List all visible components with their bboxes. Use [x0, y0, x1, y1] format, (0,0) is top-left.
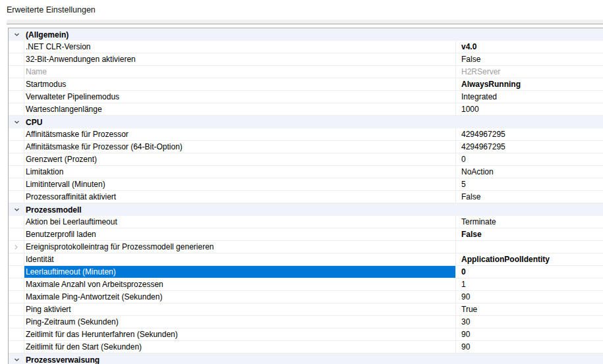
property-name[interactable]: Warteschlangenlänge [24, 103, 456, 115]
property-name[interactable]: Ping aktiviert [24, 303, 456, 315]
property-value[interactable]: 1000 [456, 103, 603, 115]
chevron-right-icon[interactable] [13, 244, 19, 250]
row-gutter [9, 316, 24, 328]
row-gutter [9, 78, 24, 90]
property-name[interactable]: 32-Bit-Anwendungen aktivieren [24, 53, 456, 65]
property-name[interactable]: Name [24, 66, 456, 78]
property-row-maximale-anzahl-von-arbeitsprozessen[interactable]: Maximale Anzahl von Arbeitsprozessen1 [9, 278, 603, 291]
property-name[interactable]: Startmodus [24, 78, 456, 90]
property-row-leerlauftimeout-minuten[interactable]: Leerlauftimeout (Minuten)0 [9, 266, 603, 278]
property-value[interactable]: v4.0 [456, 41, 603, 53]
property-row-ereignisprotokolleintrag-für-prozessmodell-generieren[interactable]: Ereignisprotokolleintrag für Prozessmode… [9, 241, 603, 253]
section-header-prozessmodell[interactable]: Prozessmodell [9, 203, 603, 216]
section-header-allgemein[interactable]: (Allgemein) [9, 28, 603, 41]
property-name[interactable]: Grenzwert (Prozent) [24, 153, 456, 165]
property-value[interactable]: 90 [456, 328, 603, 340]
row-gutter [9, 28, 24, 41]
property-name[interactable]: Affinitätsmaske für Prozessor [24, 128, 456, 140]
row-gutter [9, 203, 24, 216]
property-row-ping-zeitraum-sekunden[interactable]: Ping-Zeitraum (Sekunden)30 [9, 316, 603, 328]
property-value[interactable]: 4294967295 [456, 128, 603, 140]
row-gutter [9, 116, 24, 128]
property-name[interactable]: Affinitätsmaske für Prozessor (64-Bit-Op… [24, 141, 456, 153]
property-value[interactable]: Terminate [456, 216, 603, 228]
row-gutter [9, 191, 24, 203]
property-name[interactable]: Verwalteter Pipelinemodus [24, 91, 456, 103]
property-value[interactable] [456, 241, 603, 253]
property-name[interactable]: Ereignisprotokolleintrag für Prozessmode… [24, 241, 456, 253]
row-gutter [9, 216, 24, 228]
property-name[interactable]: Leerlauftimeout (Minuten) [24, 266, 456, 278]
property-name[interactable]: Maximale Anzahl von Arbeitsprozessen [24, 278, 456, 290]
property-value[interactable]: 0 [456, 266, 603, 278]
row-gutter [9, 103, 24, 115]
property-row-ping-aktiviert[interactable]: Ping aktiviertTrue [9, 303, 603, 316]
property-row-32-bit-anwendungen-aktivieren[interactable]: 32-Bit-Anwendungen aktivierenFalse [9, 53, 603, 66]
property-value[interactable]: True [456, 303, 603, 315]
page-title: Erweiterte Einstellungen [7, 5, 96, 14]
property-row-aktion-bei-leerlauftimeout[interactable]: Aktion bei LeerlauftimeoutTerminate [9, 216, 603, 228]
property-row-identität[interactable]: IdentitätApplicationPoolIdentity [9, 253, 603, 266]
chevron-down-icon[interactable] [14, 119, 20, 125]
property-row-maximale-ping-antwortzeit-sekunden[interactable]: Maximale Ping-Antwortzeit (Sekunden)90 [9, 291, 603, 303]
property-value[interactable]: False [456, 228, 603, 240]
property-name[interactable]: Prozessoraffinität aktiviert [24, 191, 456, 203]
property-row-limitaktion[interactable]: LimitaktionNoAction [9, 166, 603, 178]
property-row-limitintervall-minuten[interactable]: Limitintervall (Minuten)5 [9, 178, 603, 191]
property-value[interactable]: NoAction [456, 166, 603, 178]
property-row-grenzwert-prozent[interactable]: Grenzwert (Prozent)0 [9, 153, 603, 166]
section-label: CPU [24, 116, 456, 128]
property-row-verwalteter-pipelinemodus[interactable]: Verwalteter PipelinemodusIntegrated [9, 91, 603, 103]
property-name[interactable]: .NET CLR-Version [24, 41, 456, 53]
property-row-zeitlimit-für-den-start-sekunden[interactable]: Zeitlimit für den Start (Sekunden)90 [9, 341, 603, 353]
property-value[interactable]: 90 [456, 291, 603, 303]
property-value[interactable]: Integrated [456, 91, 603, 103]
property-row-startmodus[interactable]: StartmodusAlwaysRunning [9, 78, 603, 91]
row-gutter [9, 53, 24, 65]
chevron-down-icon[interactable] [14, 207, 20, 213]
property-value[interactable]: ApplicationPoolIdentity [456, 253, 603, 265]
property-value[interactable]: False [456, 191, 603, 203]
property-row-prozessoraffinität-aktiviert[interactable]: Prozessoraffinität aktiviertFalse [9, 191, 603, 203]
property-value[interactable]: H2RServer [456, 66, 603, 78]
property-name[interactable]: Zeitlimit für das Herunterfahren (Sekund… [24, 328, 456, 340]
section-header-prozessverwaisung[interactable]: Prozessverwaisung [9, 353, 603, 364]
property-value[interactable]: 1 [456, 278, 603, 290]
row-gutter [9, 278, 24, 290]
property-name[interactable]: Zeitlimit für den Start (Sekunden) [24, 341, 456, 353]
row-gutter [9, 153, 24, 165]
property-name[interactable]: Aktion bei Leerlauftimeout [24, 216, 456, 228]
property-row-zeitlimit-für-das-herunterfahren-sekunden[interactable]: Zeitlimit für das Herunterfahren (Sekund… [9, 328, 603, 341]
property-row-affinitätsmaske-für-prozessor-64-bit-option[interactable]: Affinitätsmaske für Prozessor (64-Bit-Op… [9, 141, 603, 153]
row-gutter [9, 141, 24, 153]
section-label: (Allgemein) [24, 28, 456, 41]
property-row-affinitätsmaske-für-prozessor[interactable]: Affinitätsmaske für Prozessor4294967295 [9, 128, 603, 141]
property-name[interactable]: Limitintervall (Minuten) [24, 178, 456, 190]
property-row-name[interactable]: NameH2RServer [9, 66, 603, 78]
section-label: Prozessmodell [24, 203, 456, 216]
section-header-cpu[interactable]: CPU [9, 116, 603, 128]
property-value[interactable]: 90 [456, 341, 603, 353]
property-value[interactable]: False [456, 53, 603, 65]
chevron-down-icon[interactable] [14, 32, 20, 38]
property-name[interactable]: Maximale Ping-Antwortzeit (Sekunden) [24, 291, 456, 303]
chevron-down-icon[interactable] [14, 357, 20, 363]
property-name[interactable]: Ping-Zeitraum (Sekunden) [24, 316, 456, 328]
property-value[interactable]: AlwaysRunning [456, 78, 603, 90]
row-gutter [9, 166, 24, 178]
property-row-benutzerprofil-laden[interactable]: Benutzerprofil ladenFalse [9, 228, 603, 241]
row-gutter [9, 266, 24, 278]
row-gutter [9, 353, 24, 364]
property-value[interactable]: 0 [456, 153, 603, 165]
row-gutter [9, 241, 24, 253]
property-value[interactable]: 5 [456, 178, 603, 190]
property-row-warteschlangenlänge[interactable]: Warteschlangenlänge1000 [9, 103, 603, 116]
property-value[interactable]: 4294967295 [456, 141, 603, 153]
property-row-net-clr-version[interactable]: .NET CLR-Versionv4.0 [9, 41, 603, 53]
property-name[interactable]: Benutzerprofil laden [24, 228, 456, 240]
row-gutter [9, 41, 24, 53]
property-name[interactable]: Identität [24, 253, 456, 265]
top-divider [7, 20, 603, 24]
property-value[interactable]: 30 [456, 316, 603, 328]
property-name[interactable]: Limitaktion [24, 166, 456, 178]
